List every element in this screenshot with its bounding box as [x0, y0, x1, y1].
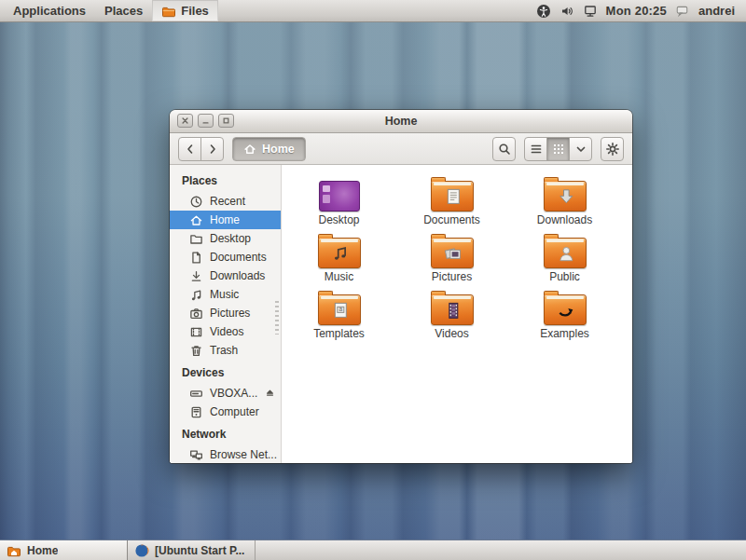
eject-icon[interactable] [264, 387, 276, 400]
view-options-button[interactable] [569, 137, 592, 161]
sidebar-item-videos[interactable]: Videos [170, 322, 281, 341]
sidebar-item-documents[interactable]: Documents [170, 248, 281, 266]
templates-icon: a [318, 283, 361, 325]
sidebar-scrollbar[interactable] [275, 301, 279, 335]
music-emblem-icon [330, 243, 351, 264]
display-icon[interactable] [583, 4, 598, 19]
window-body: PlacesRecentHomeDesktopDocumentsDownload… [170, 165, 632, 463]
sidebar: PlacesRecentHomeDesktopDocumentsDownload… [170, 165, 282, 463]
taskbar: Home[Ubuntu Start P... [0, 540, 746, 560]
folder-icon [544, 181, 587, 212]
file-public[interactable]: Public [508, 226, 621, 283]
file-examples[interactable]: Examples [508, 283, 621, 340]
clock[interactable]: Mon 20:25 [606, 4, 667, 18]
folder-icon [431, 294, 474, 325]
files-app-icon [161, 4, 176, 19]
sidebar-item-computer[interactable]: Computer [170, 403, 281, 421]
sidebar-item-label: Recent [210, 195, 245, 208]
desktop: ApplicationsPlacesFiles Mon 20:25 andrei… [0, 0, 746, 560]
folder-icon [544, 238, 587, 268]
sidebar-item-label: Browse Net... [210, 448, 277, 461]
desktop-folder-icon [319, 181, 360, 212]
close-button[interactable] [177, 114, 193, 128]
folder-icon [318, 238, 361, 268]
examples-emblem-icon [556, 300, 576, 321]
list-view-button[interactable] [524, 137, 547, 161]
sidebar-item-desktop[interactable]: Desktop [170, 229, 281, 248]
file-documents[interactable]: Documents [395, 170, 508, 226]
file-pictures[interactable]: Pictures [395, 226, 508, 283]
file-label: Desktop [318, 213, 359, 226]
search-icon [497, 142, 512, 157]
sidebar-item-recent[interactable]: Recent [170, 192, 281, 211]
sidebar-item-home[interactable]: Home [170, 211, 281, 229]
music-icon [189, 288, 203, 302]
chevron-right-icon [205, 142, 220, 157]
documents-emblem-icon [443, 186, 463, 207]
chat-icon [675, 4, 690, 19]
search-button[interactable] [492, 137, 516, 161]
computer-icon [189, 405, 203, 419]
navigation-buttons [178, 137, 224, 161]
volume-icon[interactable] [560, 4, 574, 19]
sidebar-item-browsenet[interactable]: Browse Net... [170, 445, 281, 463]
file-grid: DesktopDocumentsDownloadsMusicPicturesPu… [282, 165, 632, 340]
file-label: Music [325, 270, 353, 283]
taskbar-button-label: Home [27, 544, 58, 557]
file-templates[interactable]: aTemplates [283, 283, 395, 340]
folder-icon [431, 238, 474, 268]
sidebar-item-downloads[interactable]: Downloads [170, 266, 281, 285]
file-label: Templates [313, 327, 365, 340]
window-controls [177, 114, 234, 128]
location-home-button[interactable]: Home [232, 137, 306, 161]
file-area[interactable]: DesktopDocumentsDownloadsMusicPicturesPu… [282, 165, 632, 463]
menu-places[interactable]: Places [95, 0, 152, 21]
folder-icon [189, 232, 203, 246]
sidebar-item-label: Desktop [210, 232, 251, 245]
grid-view-button[interactable] [546, 137, 570, 161]
desktop-icon [319, 170, 360, 212]
examples-icon [544, 283, 587, 325]
file-label: Public [549, 270, 580, 283]
file-label: Pictures [432, 270, 472, 283]
file-desktop[interactable]: Desktop [283, 170, 395, 226]
file-downloads[interactable]: Downloads [508, 170, 621, 226]
recent-icon [189, 195, 203, 209]
downloads-emblem-icon [556, 186, 576, 207]
downloads-icon [189, 269, 203, 283]
taskbar-button-ubuntustartp[interactable]: [Ubuntu Start P... [128, 540, 256, 560]
view-switcher [524, 137, 592, 161]
minimize-button[interactable] [198, 114, 214, 128]
gear-icon [605, 142, 620, 157]
status-icons [536, 4, 598, 19]
toolbar: Home [170, 133, 632, 165]
titlebar[interactable]: Home [170, 110, 632, 133]
taskbar-button-home[interactable]: Home [0, 540, 128, 560]
forward-button[interactable] [200, 137, 224, 161]
file-music[interactable]: Music [283, 226, 395, 283]
file-label: Downloads [537, 213, 592, 226]
home-icon [189, 213, 203, 227]
file-videos[interactable]: Videos [395, 283, 508, 340]
firefox-icon [134, 543, 149, 558]
gear-button[interactable] [601, 137, 624, 161]
sidebar-item-music[interactable]: Music [170, 285, 281, 304]
folder-icon [544, 294, 587, 325]
back-button[interactable] [178, 137, 201, 161]
sidebar-item-label: Pictures [210, 307, 250, 320]
sidebar-item-trash[interactable]: Trash [170, 341, 281, 360]
accessibility-icon[interactable] [536, 4, 551, 19]
public-icon [544, 226, 587, 268]
menu-files[interactable]: Files [152, 0, 218, 21]
templates-emblem-icon: a [330, 300, 351, 321]
username[interactable]: andrei [698, 4, 735, 18]
sidebar-item-pictures[interactable]: Pictures [170, 304, 281, 322]
document-icon [189, 251, 203, 265]
list-view-icon [529, 142, 544, 157]
menu-applications[interactable]: Applications [4, 0, 95, 21]
sidebar-item-label: Downloads [210, 269, 265, 282]
sidebar-item-vboxa[interactable]: VBOXA... [170, 384, 281, 403]
maximize-button[interactable] [218, 114, 234, 128]
sidebar-item-label: Computer [210, 405, 259, 418]
camera-icon [189, 307, 203, 321]
